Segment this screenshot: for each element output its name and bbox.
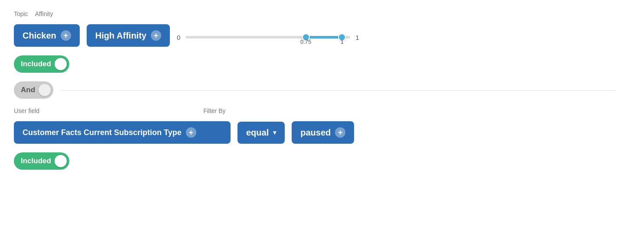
filter-by-label: Filter By xyxy=(203,107,225,114)
and-toggle-knob xyxy=(39,84,51,96)
section2-filter-row: Customer Facts Current Subscription Type… xyxy=(14,121,630,144)
section2-toggle-knob xyxy=(55,155,67,167)
filter-equal-button[interactable]: equal ▾ xyxy=(237,122,285,144)
filter-by-field-group: Filter By xyxy=(203,107,225,118)
section1-included-toggle[interactable]: Included xyxy=(14,55,69,73)
topic-label: Topic xyxy=(14,10,28,17)
divider-line xyxy=(60,90,616,90)
and-toggle[interactable]: And xyxy=(14,81,53,99)
section1-toggle-knob xyxy=(55,58,67,70)
section1-filter-row: Chicken + High Affinity + 0 0.75 1 1 xyxy=(14,24,630,47)
section1-labels: Topic Affinity xyxy=(14,10,630,21)
topic-field-group: Topic xyxy=(14,10,28,21)
section2-labels: User field Filter By xyxy=(14,107,630,118)
section1-included-label: Included xyxy=(21,60,51,68)
slider-max-label: 1 xyxy=(355,34,359,41)
section2-included-toggle[interactable]: Included xyxy=(14,152,69,170)
section2-toggle-row: Included xyxy=(14,152,630,170)
section1-toggle-row: Included xyxy=(14,55,630,73)
slider-wrapper[interactable]: 0.75 1 xyxy=(185,29,350,46)
affinity-button-label: High Affinity xyxy=(95,31,146,41)
affinity-plus-icon: + xyxy=(151,30,161,41)
slider-low-value-label: 0.75 xyxy=(300,39,311,45)
slider-min-label: 0 xyxy=(177,34,180,41)
user-field-group: User field xyxy=(14,107,39,118)
affinity-field-group: Affinity xyxy=(35,10,53,21)
filter-equal-label: equal xyxy=(246,128,269,138)
slider-high-value-label: 1 xyxy=(341,39,344,45)
affinity-label: Affinity xyxy=(35,10,53,17)
user-field-button[interactable]: Customer Facts Current Subscription Type… xyxy=(14,121,231,144)
filter-value-plus-icon: + xyxy=(335,127,345,138)
affinity-slider-container: 0 0.75 1 1 xyxy=(177,29,359,46)
section1: Topic Affinity Chicken + High Affinity +… xyxy=(14,10,630,73)
topic-button-label: Chicken xyxy=(23,31,56,41)
section2-included-label: Included xyxy=(21,157,51,165)
user-field-label: User field xyxy=(14,107,39,114)
filter-value-label: paused xyxy=(300,128,331,138)
filter-value-button[interactable]: paused + xyxy=(292,121,354,144)
divider-row: And xyxy=(14,81,630,99)
filter-chevron-icon: ▾ xyxy=(273,129,276,136)
affinity-button[interactable]: High Affinity + xyxy=(87,24,170,47)
topic-plus-icon: + xyxy=(61,30,71,41)
user-field-button-label: Customer Facts Current Subscription Type xyxy=(23,128,182,137)
topic-button[interactable]: Chicken + xyxy=(14,24,80,47)
user-field-plus-icon: + xyxy=(186,127,196,138)
section2: User field Filter By Customer Facts Curr… xyxy=(14,107,630,170)
and-toggle-label: And xyxy=(21,86,35,94)
